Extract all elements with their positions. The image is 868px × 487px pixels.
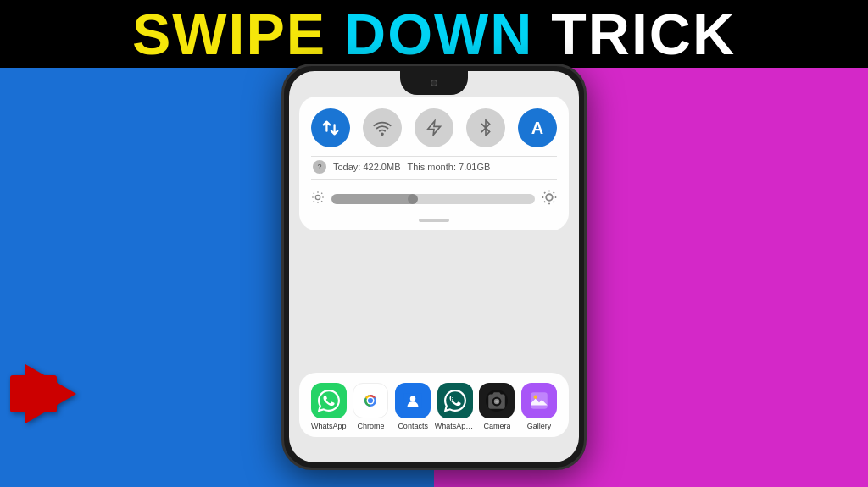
- bluetooth-toggle[interactable]: [466, 108, 505, 147]
- data-usage-icon: ?: [313, 160, 326, 174]
- brightness-track[interactable]: [331, 194, 535, 204]
- phone-screen: A ? Today: 422.0MB This month: 7.01GB: [289, 71, 579, 462]
- contacts-icon: [395, 383, 431, 418]
- chrome-label: Chrome: [357, 422, 384, 430]
- app-item-whatsapp[interactable]: WhatsApp: [309, 383, 349, 430]
- whatsapp-icon: [311, 383, 347, 418]
- data-month: This month: 7.01GB: [408, 162, 491, 172]
- phone-notch: [400, 71, 468, 95]
- svg-line-15: [554, 202, 554, 202]
- svg-text:B: B: [450, 395, 455, 403]
- gallery-icon: [521, 383, 557, 418]
- app-item-gallery[interactable]: Gallery: [519, 383, 559, 430]
- svg-rect-30: [531, 392, 548, 409]
- svg-line-19: [554, 192, 554, 193]
- svg-point-2: [315, 195, 320, 199]
- svg-line-6: [321, 201, 322, 202]
- brightness-handle[interactable]: [408, 194, 418, 204]
- data-toggle[interactable]: [311, 108, 350, 147]
- camera-icon: [479, 383, 515, 418]
- svg-marker-1: [428, 121, 441, 136]
- quick-toggles-row: A: [311, 108, 557, 147]
- svg-point-0: [381, 133, 383, 135]
- brightness-high-icon: [542, 190, 557, 208]
- app-dock: WhatsApp: [299, 373, 569, 437]
- svg-point-31: [534, 396, 537, 399]
- whatsapp-business-icon: B: [437, 383, 473, 418]
- svg-line-18: [544, 202, 545, 202]
- contacts-label: Contacts: [398, 422, 428, 430]
- whatsapp-business-label: WhatsApp _: [435, 422, 476, 430]
- brightness-slider-row: [311, 186, 557, 212]
- chrome-icon: [353, 383, 388, 418]
- svg-line-10: [321, 193, 322, 194]
- flashlight-toggle[interactable]: [415, 108, 453, 147]
- title-down: DOWN: [326, 5, 551, 63]
- svg-point-28: [496, 400, 498, 402]
- title-swipe: SWIPE: [132, 5, 326, 63]
- title-trick: TRICK: [551, 5, 736, 63]
- app-item-camera[interactable]: Camera: [476, 383, 517, 430]
- svg-point-24: [410, 396, 416, 402]
- camera-dot: [431, 80, 437, 86]
- app-item-whatsapp-business[interactable]: B WhatsApp _: [435, 383, 476, 430]
- phone-body: A ? Today: 422.0MB This month: 7.01GB: [281, 64, 587, 470]
- arrow-indicator: [25, 364, 76, 423]
- data-usage-row: ? Today: 422.0MB This month: 7.01GB: [311, 156, 557, 180]
- camera-label: Camera: [483, 422, 510, 430]
- wifi-toggle[interactable]: [363, 108, 402, 147]
- right-arrow-icon: [25, 364, 76, 423]
- gallery-label: Gallery: [527, 422, 552, 430]
- auto-brightness-toggle[interactable]: A: [518, 108, 557, 147]
- app-item-contacts[interactable]: Contacts: [392, 383, 433, 430]
- whatsapp-label: WhatsApp: [311, 422, 347, 430]
- svg-point-23: [369, 399, 372, 402]
- svg-line-14: [544, 192, 545, 193]
- svg-point-11: [546, 194, 553, 201]
- phone-mockup: A ? Today: 422.0MB This month: 7.01GB: [281, 64, 587, 470]
- brightness-low-icon: [311, 191, 325, 208]
- app-item-chrome[interactable]: Chrome: [350, 383, 391, 430]
- title-bar: SWIPE DOWN TRICK: [0, 0, 868, 68]
- svg-line-9: [314, 201, 314, 202]
- data-today: Today: 422.0MB: [333, 162, 401, 172]
- svg-line-5: [314, 193, 314, 194]
- panel-drag-handle: [419, 219, 449, 222]
- notification-panel: A ? Today: 422.0MB This month: 7.01GB: [299, 97, 569, 230]
